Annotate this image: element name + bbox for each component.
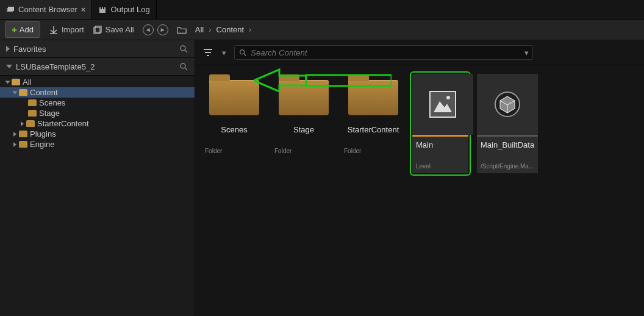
asset-name: Stage [274,125,333,134]
svg-point-15 [240,50,245,54]
asset-folder-startercontent[interactable]: StarterContent Folder [343,74,404,173]
history-forward-button[interactable]: ► [157,24,168,35]
data-thumb [477,74,538,135]
level-thumb [412,74,473,135]
svg-point-19 [446,96,450,99]
chevron-down-icon[interactable]: ▾ [218,47,229,58]
asset-name: Scenes [205,125,263,134]
breadcrumb-content[interactable]: Content [216,25,245,34]
save-icon [93,25,102,35]
svg-rect-3 [99,7,101,9]
add-button[interactable]: + Add [5,21,40,38]
tree-label: Scenes [39,98,65,107]
import-icon [49,25,59,35]
search-icon [238,48,247,57]
project-header[interactable]: LSUBaseTemplate5_2 [0,58,195,76]
asset-grid: Scenes Folder Stage Folder StarterConten… [195,65,644,182]
folder-thumb [204,74,265,121]
import-label: Import [62,25,84,34]
asset-type: Folder [344,144,402,154]
main-split: Favorites LSUBaseTemplate5_2 All [0,40,644,316]
favorites-label: Favorites [13,45,46,54]
svg-rect-17 [430,92,456,117]
chevron-right-icon: › [209,25,211,34]
plus-icon: + [12,24,17,35]
tree-label: Stage [39,109,60,118]
cube-icon [493,90,521,118]
mountain-icon [429,90,457,118]
tree-row-scenes[interactable]: Scenes [0,98,195,108]
folder-icon [19,131,27,137]
close-icon[interactable]: × [81,5,86,14]
tab-label: Output Log [110,5,149,14]
svg-rect-1 [8,7,14,11]
svg-rect-5 [104,7,106,9]
search-input[interactable] [251,48,521,57]
castle-icon [98,5,107,14]
folder-icon [19,89,27,96]
import-button[interactable]: Import [49,25,84,35]
asset-name: Main [416,140,465,149]
source-tree: All Content Scenes Stage [0,76,195,316]
content-toolbar: ▾ ▾ [195,40,644,65]
search-icon[interactable] [179,44,188,54]
svg-rect-2 [99,9,106,13]
svg-point-10 [181,63,185,68]
search-content-box[interactable]: ▾ [234,45,533,60]
chevron-down-icon[interactable]: ▾ [524,48,529,57]
tree-row-content[interactable]: Content [0,87,195,98]
chevron-right-icon [13,132,16,137]
breadcrumb-root[interactable]: All [195,25,204,34]
tree-row-all[interactable]: All [0,77,195,87]
svg-rect-4 [102,7,103,9]
tree-row-plugins[interactable]: Plugins [0,129,195,139]
folder-icon [26,120,35,127]
asset-type: Folder [274,144,333,154]
chevron-down-icon [6,65,12,68]
filter-icon[interactable] [202,47,213,58]
sidebar: Favorites LSUBaseTemplate5_2 All [0,40,195,316]
history-back-button[interactable]: ◄ [143,24,154,35]
asset-name: Main_BuiltData [481,140,534,149]
breadcrumb: All › Content › [195,25,252,34]
tree-label: StarterContent [37,119,89,128]
tree-label: Plugins [30,129,56,138]
tab-output-log[interactable]: Output Log [92,0,156,19]
tree-row-engine[interactable]: Engine [0,139,195,149]
asset-folder-stage[interactable]: Stage Folder [273,74,334,173]
asset-type: /Script/Engine.Ma... [481,159,534,170]
tab-content-browser[interactable]: Content Browser × [0,0,92,19]
svg-point-8 [181,46,185,51]
add-label: Add [20,25,34,34]
asset-folder-scenes[interactable]: Scenes Folder [204,74,265,173]
tree-row-stage[interactable]: Stage [0,108,195,118]
project-label: LSUBaseTemplate5_2 [16,62,95,71]
svg-line-16 [244,54,246,56]
chevron-right-icon: › [249,25,251,34]
folder-thumb [273,74,334,121]
save-all-label: Save All [106,25,134,34]
asset-type: Level [416,159,465,170]
asset-main-builtdata[interactable]: Main_BuiltData /Script/Engine.Ma... [477,74,538,173]
folder-stack-icon [6,5,15,14]
tree-row-startercontent[interactable]: StarterContent [0,118,195,129]
chevron-right-icon [13,142,16,147]
folder-thumb [343,74,404,121]
folder-icon [12,79,20,85]
folder-icon[interactable] [177,25,187,35]
tab-bar: Content Browser × Output Log [0,0,644,20]
content-area: ▾ ▾ Scenes Folder [195,40,644,316]
toolbar: + Add Import Save All ◄ ► All › Content … [0,20,644,40]
save-all-button[interactable]: Save All [93,25,134,35]
chevron-right-icon [6,46,10,52]
favorites-header[interactable]: Favorites [0,40,195,58]
svg-line-9 [185,50,187,52]
folder-icon [28,99,37,106]
tree-label: Content [30,88,58,97]
asset-level-main[interactable]: Main Level [410,71,471,176]
tree-label: Engine [30,140,54,149]
folder-icon [19,141,27,148]
search-icon[interactable] [179,62,188,71]
asset-type: Folder [205,144,263,154]
chevron-down-icon [13,91,18,94]
